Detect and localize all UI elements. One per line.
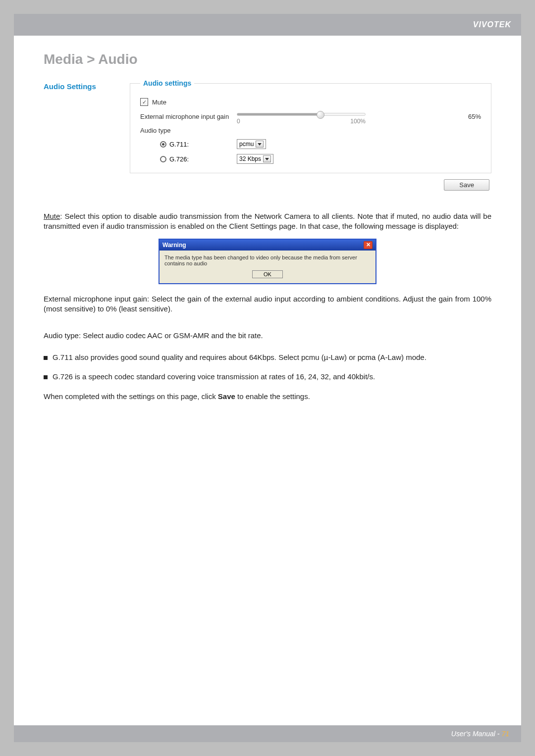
header-bar: VIVOTEK bbox=[14, 14, 521, 36]
g726-select[interactable]: 32 Kbps bbox=[237, 154, 273, 164]
chevron-down-icon bbox=[265, 158, 269, 160]
gain-min: 0 bbox=[237, 118, 240, 125]
bullet-icon bbox=[44, 356, 48, 360]
dialog-ok-button[interactable]: OK bbox=[252, 270, 283, 278]
g711-select-caret[interactable] bbox=[256, 141, 264, 148]
audio-type-description: Audio type: Select audio codec AAC or GS… bbox=[44, 331, 491, 341]
closing-text: When completed with the settings on this… bbox=[44, 392, 491, 402]
g726-select-value: 32 Kbps bbox=[239, 155, 261, 162]
bullet-g711: G.711 also provides good sound quality a… bbox=[44, 353, 491, 362]
audio-type-term: Audio type bbox=[44, 331, 79, 340]
fieldset-legend: Audio settings bbox=[140, 79, 194, 87]
g726-label: G.726: bbox=[169, 155, 189, 163]
bullet-icon bbox=[44, 375, 48, 379]
gain-value: 65% bbox=[456, 113, 481, 120]
gain-slider-fill bbox=[237, 113, 321, 115]
breadcrumb: Media > Audio bbox=[44, 51, 491, 67]
bullet-g726: G.726 is a speech codec standard coverin… bbox=[44, 372, 491, 382]
page-number: 71 bbox=[501, 730, 509, 738]
audio-settings-fieldset: Audio settings ✓ Mute External microphon… bbox=[130, 79, 491, 173]
audio-type-label: Audio type bbox=[140, 127, 170, 134]
close-icon[interactable]: ✕ bbox=[364, 241, 373, 249]
dialog-message: The media type has been changed to video… bbox=[160, 251, 375, 270]
chevron-down-icon bbox=[258, 143, 262, 146]
radio-g726[interactable] bbox=[160, 156, 166, 162]
g711-select-value: pcmu bbox=[239, 141, 254, 148]
footer-label: User's Manual - bbox=[451, 730, 500, 738]
gain-description: External microphone input gain: Select t… bbox=[44, 294, 491, 314]
gain-term: External microphone input gain bbox=[44, 295, 147, 303]
g726-select-caret[interactable] bbox=[263, 155, 271, 162]
gain-slider[interactable] bbox=[237, 113, 366, 116]
mute-term: Mute bbox=[44, 212, 60, 220]
brand-label: VIVOTEK bbox=[473, 20, 511, 29]
dialog-title: Warning bbox=[162, 242, 186, 249]
g711-select[interactable]: pcmu bbox=[237, 139, 266, 149]
gain-slider-thumb[interactable] bbox=[317, 111, 324, 119]
mute-checkbox[interactable]: ✓ bbox=[140, 98, 148, 106]
gain-max: 100% bbox=[350, 118, 366, 125]
warning-dialog: Warning ✕ The media type has been change… bbox=[159, 239, 376, 284]
radio-g711[interactable] bbox=[160, 141, 166, 148]
gain-label: External microphone input gain bbox=[140, 113, 237, 120]
mute-description: Mute: Select this option to disable audi… bbox=[44, 211, 491, 232]
save-button[interactable]: Save bbox=[444, 179, 489, 191]
footer-bar: User's Manual - 71 bbox=[14, 725, 521, 742]
section-side-label: Audio Settings bbox=[44, 79, 118, 191]
mute-label: Mute bbox=[152, 99, 166, 106]
g711-label: G.711: bbox=[169, 141, 189, 148]
